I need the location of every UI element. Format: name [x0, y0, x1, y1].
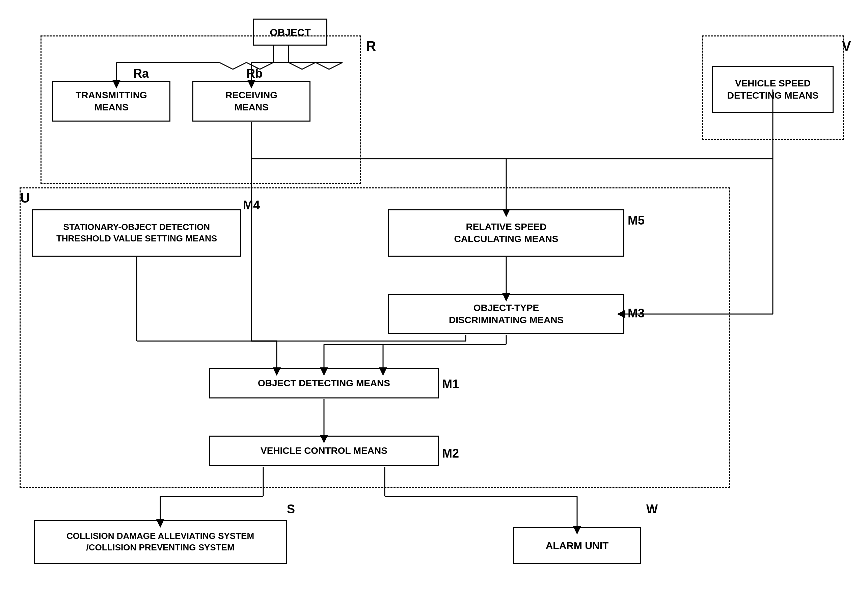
stationary-object-box: STATIONARY-OBJECT DETECTIONTHRESHOLD VAL…	[32, 209, 241, 257]
relative-speed-box: RELATIVE SPEEDCALCULATING MEANS	[388, 209, 624, 257]
receiving-means-box: RECEIVINGMEANS	[192, 81, 310, 121]
svg-text:R: R	[366, 38, 376, 53]
svg-text:S: S	[287, 502, 295, 516]
vehicle-control-box: VEHICLE CONTROL MEANS	[209, 436, 439, 466]
vehicle-speed-box: VEHICLE SPEEDDETECTING MEANS	[712, 66, 834, 113]
object-detecting-box: OBJECT DETECTING MEANS	[209, 368, 439, 398]
svg-text:W: W	[646, 502, 658, 516]
alarm-unit-box: ALARM UNIT	[513, 527, 641, 564]
collision-damage-box: COLLISION DAMAGE ALLEVIATING SYSTEM/COLL…	[34, 520, 287, 564]
transmitting-means-box: TRANSMITTINGMEANS	[52, 81, 170, 121]
main-diagram: OBJECT TRANSMITTINGMEANS RECEIVINGMEANS …	[0, 0, 868, 596]
object-type-box: OBJECT-TYPEDISCRIMINATING MEANS	[388, 294, 624, 334]
